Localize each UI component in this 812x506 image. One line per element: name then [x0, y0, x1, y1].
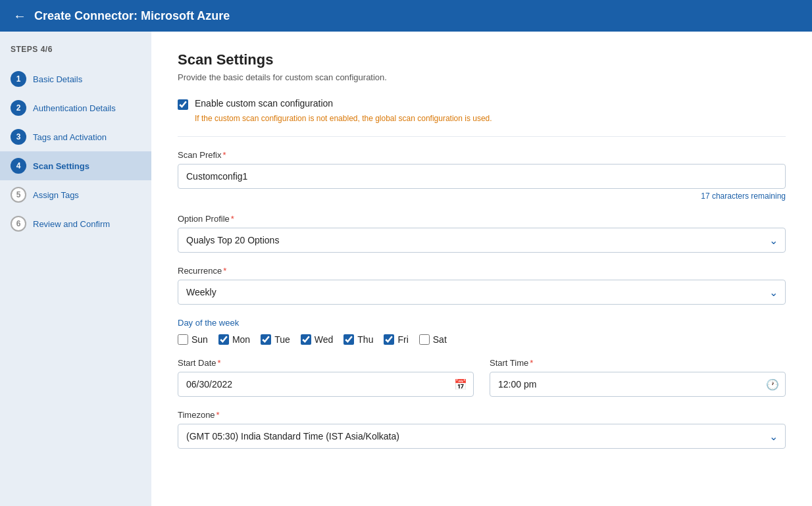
day-wed-label[interactable]: Wed [315, 334, 334, 345]
start-date-label: Start Date * [178, 358, 474, 368]
day-sun-checkbox[interactable] [178, 334, 188, 345]
step-3-circle: 3 [11, 129, 26, 145]
step-4-circle: 4 [11, 158, 26, 174]
step-6-circle: 6 [11, 216, 26, 232]
timezone-select-wrapper: (GMT 05:30) India Standard Time (IST Asi… [178, 424, 786, 449]
sidebar-item-label-1: Basic Details [33, 74, 82, 84]
sidebar-item-auth-details[interactable]: 2 Authentication Details [0, 93, 151, 122]
back-button[interactable]: ← [13, 9, 26, 24]
recurrence-group: Recurrence * Daily Weekly Monthly ⌄ [178, 266, 786, 305]
sidebar-item-review-confirm[interactable]: 6 Review and Confirm [0, 209, 151, 238]
day-thu-checkbox[interactable] [343, 334, 354, 345]
timezone-label: Timezone * [178, 410, 786, 420]
option-profile-label: Option Profile * [178, 214, 786, 224]
scan-prefix-label: Scan Prefix * [178, 150, 786, 160]
option-profile-group: Option Profile * Qualys Top 20 Options I… [178, 214, 786, 253]
chars-remaining: 17 characters remaining [178, 191, 786, 201]
enable-custom-scan-checkbox[interactable] [178, 99, 188, 110]
sidebar: STEPS 4/6 1 Basic Details 2 Authenticati… [0, 32, 151, 506]
start-time-group: Start Time * 🕐 [490, 358, 786, 397]
steps-label: STEPS 4/6 [0, 45, 151, 64]
day-of-week-group: Day of the week Sun Mon Tue Wed [178, 318, 786, 345]
day-wed-checkbox[interactable] [301, 334, 311, 345]
page-title: Scan Settings [178, 51, 786, 68]
day-mon: Mon [218, 334, 250, 345]
sidebar-item-label-2: Authentication Details [33, 103, 116, 113]
day-sat: Sat [419, 334, 447, 345]
day-fri-checkbox[interactable] [384, 334, 394, 345]
day-fri: Fri [384, 334, 408, 345]
sidebar-item-label-6: Review and Confirm [33, 219, 110, 229]
recurrence-label: Recurrence * [178, 266, 786, 276]
day-thu: Thu [343, 334, 373, 345]
scan-prefix-group: Scan Prefix * 17 characters remaining [178, 150, 786, 201]
sidebar-item-label-5: Assign Tags [33, 190, 79, 200]
day-tue-checkbox[interactable] [261, 334, 271, 345]
days-row: Sun Mon Tue Wed Thu [178, 334, 786, 345]
day-of-week-label: Day of the week [178, 318, 786, 328]
day-sat-label[interactable]: Sat [433, 334, 447, 345]
recurrence-select[interactable]: Daily Weekly Monthly [178, 280, 786, 305]
day-fri-label[interactable]: Fri [397, 334, 408, 345]
timezone-select[interactable]: (GMT 05:30) India Standard Time (IST Asi… [178, 424, 786, 449]
start-time-input[interactable] [490, 372, 786, 397]
sidebar-item-scan-settings[interactable]: 4 Scan Settings [0, 151, 151, 180]
sidebar-item-label-4: Scan Settings [33, 161, 89, 171]
header-title: Create Connector: Microsoft Azure [34, 9, 230, 23]
enable-custom-scan-row: Enable custom scan configuration [178, 98, 786, 110]
timezone-group: Timezone * (GMT 05:30) India Standard Ti… [178, 410, 786, 449]
day-sun-label[interactable]: Sun [191, 334, 208, 345]
start-time-input-wrapper: 🕐 [490, 372, 786, 397]
day-tue: Tue [261, 334, 290, 345]
day-wed: Wed [301, 334, 334, 345]
main-content: Scan Settings Provide the basic details … [151, 32, 812, 506]
start-date-input-wrapper: 📅 [178, 372, 474, 397]
sidebar-item-basic-details[interactable]: 1 Basic Details [0, 64, 151, 93]
sidebar-item-label-3: Tags and Activation [33, 132, 107, 142]
step-5-circle: 5 [11, 187, 26, 203]
start-date-input[interactable] [178, 372, 474, 397]
step-2-circle: 2 [11, 100, 26, 116]
divider [178, 136, 786, 137]
sidebar-item-assign-tags[interactable]: 5 Assign Tags [0, 180, 151, 209]
date-time-row: Start Date * 📅 Start Time * 🕐 [178, 358, 786, 410]
day-mon-checkbox[interactable] [218, 334, 229, 345]
scan-prefix-input[interactable] [178, 164, 786, 189]
day-thu-label[interactable]: Thu [357, 334, 373, 345]
page-subtitle: Provide the basic details for custom sca… [178, 72, 786, 82]
option-profile-select[interactable]: Qualys Top 20 Options Initial Options Al… [178, 228, 786, 253]
start-date-group: Start Date * 📅 [178, 358, 474, 397]
sidebar-item-tags-activation[interactable]: 3 Tags and Activation [0, 122, 151, 151]
start-time-label: Start Time * [490, 358, 786, 368]
day-sat-checkbox[interactable] [419, 334, 430, 345]
enable-custom-scan-hint: If the custom scan configuration is not … [195, 114, 786, 123]
day-tue-label[interactable]: Tue [274, 334, 290, 345]
recurrence-select-wrapper: Daily Weekly Monthly ⌄ [178, 280, 786, 305]
day-sun: Sun [178, 334, 208, 345]
day-mon-label[interactable]: Mon [232, 334, 250, 345]
step-1-circle: 1 [11, 71, 26, 87]
enable-custom-scan-label[interactable]: Enable custom scan configuration [195, 98, 333, 109]
app-header: ← Create Connector: Microsoft Azure [0, 0, 812, 32]
option-profile-select-wrapper: Qualys Top 20 Options Initial Options Al… [178, 228, 786, 253]
